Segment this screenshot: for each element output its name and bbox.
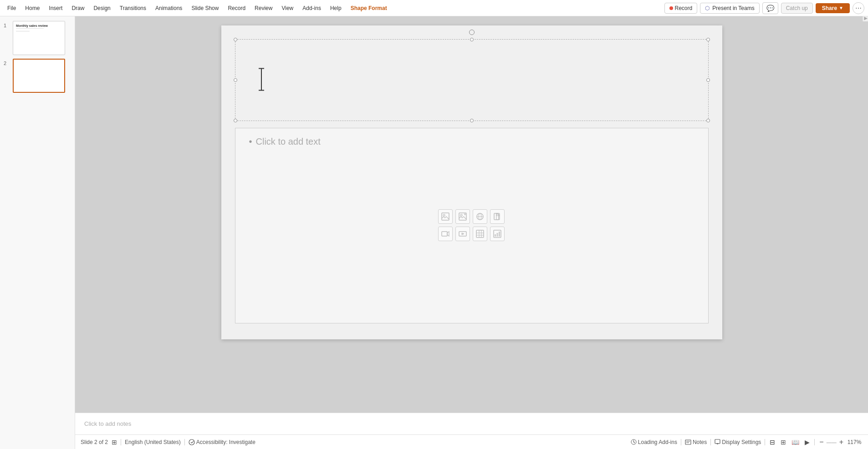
comment-button[interactable]: 💬 bbox=[762, 2, 778, 14]
zoom-slider-track: —— bbox=[827, 439, 837, 445]
accessibility-label[interactable]: Accessibility: Investigate bbox=[189, 439, 255, 445]
separator-4 bbox=[710, 439, 711, 445]
svg-point-25 bbox=[189, 439, 194, 445]
slide-sorter-button[interactable]: ⊞ bbox=[780, 439, 787, 446]
insert-chart-icon[interactable] bbox=[490, 227, 505, 241]
handle-middle-left[interactable] bbox=[234, 78, 237, 82]
language-label[interactable]: English (United States) bbox=[125, 439, 181, 445]
present-teams-button[interactable]: ⬡ Present in Teams bbox=[700, 3, 760, 14]
menu-transitions[interactable]: Transitions bbox=[116, 3, 150, 13]
right-panel-collapse[interactable]: ◀ bbox=[863, 16, 868, 21]
record-button[interactable]: Record bbox=[664, 3, 698, 14]
reading-view-button[interactable]: 📖 bbox=[791, 439, 800, 446]
handle-top-right[interactable] bbox=[706, 38, 710, 41]
handle-bottom-left[interactable] bbox=[234, 119, 237, 122]
text-cursor bbox=[257, 68, 266, 93]
slide1-preview: Monthly sales review —————— bbox=[13, 21, 65, 55]
zoom-out-button[interactable]: − bbox=[818, 438, 824, 446]
separator-3 bbox=[681, 439, 681, 445]
notes-label: Notes bbox=[693, 439, 707, 445]
menu-file[interactable]: File bbox=[4, 3, 20, 13]
slideshow-view-button[interactable]: ▶ bbox=[804, 439, 811, 446]
handle-top-left[interactable] bbox=[234, 38, 237, 41]
separator-5 bbox=[765, 439, 765, 445]
svg-rect-30 bbox=[715, 439, 720, 444]
handle-bottom-middle[interactable] bbox=[470, 119, 474, 122]
menu-record[interactable]: Record bbox=[224, 3, 249, 13]
svg-rect-23 bbox=[496, 233, 498, 237]
slide-image-2[interactable] bbox=[13, 59, 65, 93]
insert-table-icon[interactable] bbox=[473, 227, 487, 241]
menu-help[interactable]: Help bbox=[327, 3, 345, 13]
menu-bar: File Home Insert Draw Design Transitions… bbox=[0, 0, 868, 16]
canvas-scroll[interactable]: • Click to add text bbox=[75, 16, 868, 413]
title-textbox[interactable] bbox=[235, 39, 709, 121]
menu-insert[interactable]: Insert bbox=[45, 3, 66, 13]
insert-stock-images-icon[interactable] bbox=[455, 209, 470, 224]
handle-middle-right[interactable] bbox=[706, 78, 710, 82]
share-button[interactable]: Share ▼ bbox=[816, 3, 850, 13]
menu-animations[interactable]: Animations bbox=[152, 3, 186, 13]
content-insert-icons bbox=[438, 209, 505, 242]
menu-slideshow[interactable]: Slide Show bbox=[188, 3, 222, 13]
separator-2 bbox=[184, 439, 185, 445]
canvas-area: • Click to add text bbox=[75, 16, 868, 449]
menu-draw[interactable]: Draw bbox=[68, 3, 88, 13]
zoom-value[interactable]: 117% bbox=[846, 439, 863, 445]
status-bar: Slide 2 of 2 ⊞ English (United States) A… bbox=[75, 434, 868, 449]
slide-thumb-1[interactable]: 1 Monthly sales review —————— bbox=[2, 20, 73, 56]
slide-image-1[interactable]: Monthly sales review —————— bbox=[13, 21, 65, 55]
menu-design[interactable]: Design bbox=[90, 3, 114, 13]
menu-home[interactable]: Home bbox=[21, 3, 43, 13]
separator-1 bbox=[121, 439, 121, 445]
menu-review[interactable]: Review bbox=[251, 3, 276, 13]
svg-rect-22 bbox=[495, 234, 496, 237]
insert-online-pictures-icon[interactable] bbox=[473, 209, 487, 224]
slide-canvas[interactable]: • Click to add text bbox=[221, 25, 722, 339]
handle-bottom-right[interactable] bbox=[706, 119, 710, 122]
record-dot-icon bbox=[669, 6, 673, 10]
teams-icon: ⬡ bbox=[705, 5, 710, 11]
normal-view-button[interactable]: ⊟ bbox=[769, 439, 776, 446]
share-dropdown-icon: ▼ bbox=[839, 5, 843, 10]
svg-rect-3 bbox=[442, 213, 449, 220]
view-mode-icon: ⊞ bbox=[112, 439, 117, 446]
separator-6 bbox=[814, 439, 815, 445]
slide-panel: 1 Monthly sales review —————— 2 bbox=[0, 16, 75, 449]
notes-button[interactable]: Notes bbox=[685, 439, 707, 445]
content-placeholder-text: • Click to add text bbox=[249, 136, 321, 147]
notes-placeholder[interactable]: Click to add notes bbox=[84, 420, 131, 427]
svg-rect-24 bbox=[499, 232, 500, 237]
slide-thumb-2[interactable]: 2 bbox=[2, 58, 73, 94]
rotate-handle[interactable] bbox=[469, 30, 475, 35]
insert-online-video-icon[interactable] bbox=[455, 227, 470, 241]
svg-point-6 bbox=[460, 214, 462, 216]
svg-marker-15 bbox=[462, 233, 464, 235]
content-textbox[interactable]: • Click to add text bbox=[235, 128, 709, 323]
slide-number-1: 1 bbox=[4, 23, 10, 28]
slide-number-2: 2 bbox=[4, 61, 10, 66]
menu-addins[interactable]: Add-ins bbox=[299, 3, 325, 13]
more-options-button[interactable]: ⋯ bbox=[853, 2, 864, 14]
insert-video-icon[interactable] bbox=[438, 227, 453, 241]
notes-area[interactable]: Click to add notes bbox=[75, 413, 868, 434]
insert-files-icon[interactable] bbox=[490, 209, 505, 224]
display-settings-label[interactable]: Display Settings bbox=[715, 439, 761, 445]
app-body: 1 Monthly sales review —————— 2 bbox=[0, 16, 868, 449]
menu-view[interactable]: View bbox=[278, 3, 297, 13]
svg-rect-13 bbox=[442, 232, 447, 236]
slide1-title: Monthly sales review bbox=[16, 24, 62, 27]
handle-top-middle[interactable] bbox=[470, 38, 474, 41]
menu-shape-format[interactable]: Shape Format bbox=[347, 3, 391, 13]
slide-info: Slide 2 of 2 bbox=[81, 439, 108, 445]
svg-rect-16 bbox=[476, 230, 484, 237]
svg-point-4 bbox=[443, 214, 445, 216]
top-right-actions: Record ⬡ Present in Teams 💬 Catch up Sha… bbox=[664, 2, 864, 14]
slide1-decoration bbox=[16, 28, 44, 29]
zoom-in-button[interactable]: + bbox=[838, 438, 844, 446]
insert-pictures-icon[interactable] bbox=[438, 209, 453, 224]
svg-rect-27 bbox=[685, 440, 691, 444]
catchup-button[interactable]: Catch up bbox=[781, 3, 813, 14]
slide1-subtitle: —————— bbox=[16, 30, 62, 32]
status-left: Slide 2 of 2 ⊞ English (United States) A… bbox=[81, 439, 625, 446]
